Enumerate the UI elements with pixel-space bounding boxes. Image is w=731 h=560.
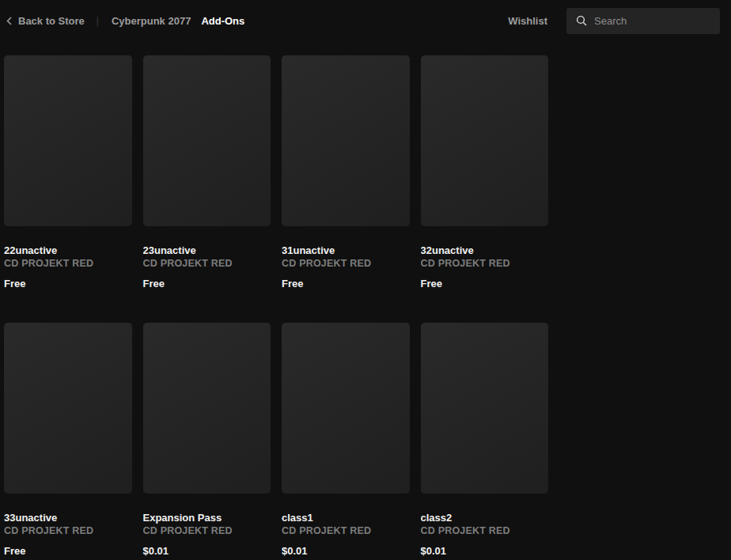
- product-publisher: CD PROJEKT RED: [4, 525, 132, 536]
- back-to-store-label: Back to Store: [18, 15, 85, 27]
- product-image-placeholder[interactable]: [282, 323, 410, 494]
- breadcrumb: Back to Store | Cyberpunk 2077 Add-Ons: [6, 15, 244, 27]
- product-publisher: CD PROJEKT RED: [143, 525, 271, 536]
- product-card[interactable]: 23unactive CD PROJEKT RED Free: [143, 55, 271, 289]
- product-publisher: CD PROJEKT RED: [143, 258, 271, 269]
- product-card[interactable]: 33unactive CD PROJEKT RED Free: [4, 323, 132, 557]
- product-title: 23unactive: [143, 244, 271, 257]
- product-title: 33unactive: [4, 512, 132, 524]
- breadcrumb-separator: |: [97, 15, 99, 26]
- search-box[interactable]: [566, 8, 720, 34]
- product-card[interactable]: 31unactive CD PROJEKT RED Free: [282, 55, 410, 289]
- product-card[interactable]: class1 CD PROJEKT RED $0.01: [282, 323, 410, 557]
- product-title: 31unactive: [282, 244, 410, 257]
- product-publisher: CD PROJEKT RED: [282, 525, 410, 536]
- product-card[interactable]: class2 CD PROJEKT RED $0.01: [421, 323, 549, 557]
- product-image-placeholder[interactable]: [421, 55, 549, 226]
- product-title: 22unactive: [4, 244, 132, 257]
- product-image-placeholder[interactable]: [143, 55, 271, 226]
- addons-grid: 22unactive CD PROJEKT RED Free 23unactiv…: [4, 55, 548, 557]
- product-publisher: CD PROJEKT RED: [4, 258, 132, 269]
- breadcrumb-section-addons: Add-Ons: [201, 15, 244, 27]
- product-price: Free: [421, 278, 549, 289]
- product-price: $0.01: [282, 546, 410, 557]
- product-image-placeholder[interactable]: [421, 323, 549, 494]
- product-title: class1: [282, 512, 410, 524]
- product-publisher: CD PROJEKT RED: [282, 258, 410, 269]
- wishlist-link[interactable]: Wishlist: [508, 15, 547, 27]
- product-price: Free: [4, 278, 132, 289]
- product-price: Free: [143, 278, 271, 289]
- product-image-placeholder[interactable]: [143, 323, 271, 494]
- product-card[interactable]: Expansion Pass CD PROJEKT RED $0.01: [143, 323, 271, 557]
- product-image-placeholder[interactable]: [282, 55, 410, 226]
- product-card[interactable]: 22unactive CD PROJEKT RED Free: [4, 55, 132, 289]
- product-title: class2: [421, 512, 549, 524]
- product-price: $0.01: [143, 546, 271, 557]
- top-bar: Back to Store | Cyberpunk 2077 Add-Ons W…: [0, 0, 731, 41]
- product-publisher: CD PROJEKT RED: [421, 525, 549, 536]
- breadcrumb-game-title[interactable]: Cyberpunk 2077: [112, 15, 191, 27]
- search-icon: [576, 15, 587, 26]
- product-price: Free: [282, 278, 410, 289]
- chevron-left-icon: [6, 17, 12, 25]
- product-image-placeholder[interactable]: [4, 323, 132, 494]
- product-title: 32unactive: [421, 244, 549, 257]
- product-publisher: CD PROJEKT RED: [421, 258, 549, 269]
- product-title: Expansion Pass: [143, 512, 271, 524]
- search-input[interactable]: [594, 15, 720, 27]
- product-card[interactable]: 32unactive CD PROJEKT RED Free: [421, 55, 549, 289]
- product-price: Free: [4, 546, 132, 557]
- back-to-store-button[interactable]: Back to Store: [6, 15, 85, 27]
- top-bar-right: Wishlist: [508, 8, 720, 34]
- product-image-placeholder[interactable]: [4, 55, 132, 226]
- product-price: $0.01: [421, 546, 549, 557]
